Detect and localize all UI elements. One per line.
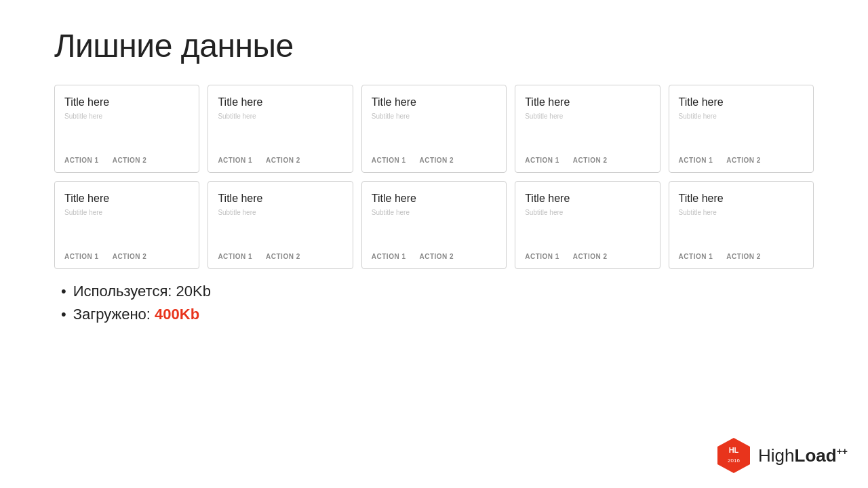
card-subtitle: Subtitle here (64, 113, 189, 120)
logo-area: HL 2016 HighLoad++ (715, 436, 848, 474)
bullet-dot: • (61, 306, 66, 323)
card-actions: ACTION 1 ACTION 2 (525, 253, 650, 260)
card-2: Title here Subtitle here ACTION 1 ACTION… (208, 181, 353, 269)
bullet-item-1: • Используется: 20Kb (61, 283, 814, 300)
card-1: Title here Subtitle here ACTION 1 ACTION… (54, 181, 199, 269)
bullet-prefix: Загружено: (73, 306, 155, 323)
card-3: Title here Subtitle here ACTION 1 ACTION… (361, 85, 507, 173)
logo-hexagon: HL 2016 (715, 436, 753, 474)
card-subtitle: Subtitle here (372, 113, 496, 120)
card-1: Title here Subtitle here ACTION 1 ACTION… (54, 85, 199, 173)
card-action2[interactable]: ACTION 2 (266, 253, 300, 260)
card-action1[interactable]: ACTION 1 (64, 253, 99, 260)
bullet-text: Используется: 20Kb (73, 283, 211, 300)
card-action1[interactable]: ACTION 1 (372, 157, 406, 164)
card-2: Title here Subtitle here ACTION 1 ACTION… (208, 85, 353, 173)
page-title: Лишние данные (54, 27, 814, 64)
card-action1[interactable]: ACTION 1 (525, 253, 559, 260)
card-title: Title here (64, 192, 189, 205)
page-container: Лишние данные Title here Subtitle here A… (0, 0, 868, 349)
card-subtitle: Subtitle here (679, 209, 804, 216)
card-actions: ACTION 1 ACTION 2 (218, 157, 342, 164)
card-subtitle: Subtitle here (679, 113, 804, 120)
card-subtitle: Subtitle here (372, 209, 496, 216)
card-subtitle: Subtitle here (525, 209, 650, 216)
card-subtitle: Subtitle here (525, 113, 650, 120)
card-title: Title here (64, 96, 189, 108)
card-action2[interactable]: ACTION 2 (113, 253, 147, 260)
card-action1[interactable]: ACTION 1 (679, 253, 713, 260)
card-title: Title here (372, 96, 496, 108)
card-action1[interactable]: ACTION 1 (218, 157, 252, 164)
card-title: Title here (525, 192, 650, 205)
card-4: Title here Subtitle here ACTION 1 ACTION… (515, 85, 660, 173)
bullet-text: Загружено: 400Kb (73, 306, 199, 323)
logo-brand-text: HighLoad++ (758, 445, 848, 466)
svg-text:2016: 2016 (728, 458, 740, 464)
card-actions: ACTION 1 ACTION 2 (64, 253, 189, 260)
card-action1[interactable]: ACTION 1 (64, 157, 99, 164)
card-title: Title here (372, 192, 496, 205)
card-action2[interactable]: ACTION 2 (573, 253, 608, 260)
card-action2[interactable]: ACTION 2 (726, 157, 761, 164)
card-title: Title here (218, 192, 342, 205)
card-action1[interactable]: ACTION 1 (525, 157, 559, 164)
cards-row-1: Title here Subtitle here ACTION 1 ACTION… (54, 85, 814, 173)
card-5: Title here Subtitle here ACTION 1 ACTION… (669, 181, 814, 269)
card-4: Title here Subtitle here ACTION 1 ACTION… (515, 181, 660, 269)
card-3: Title here Subtitle here ACTION 1 ACTION… (361, 181, 507, 269)
svg-text:HL: HL (729, 446, 739, 454)
card-actions: ACTION 1 ACTION 2 (372, 253, 496, 260)
card-actions: ACTION 1 ACTION 2 (525, 157, 650, 164)
card-5: Title here Subtitle here ACTION 1 ACTION… (669, 85, 814, 173)
card-subtitle: Subtitle here (218, 113, 342, 120)
bullet-item-2: • Загружено: 400Kb (61, 306, 814, 323)
card-title: Title here (218, 96, 342, 108)
card-subtitle: Subtitle here (218, 209, 342, 216)
card-action2[interactable]: ACTION 2 (419, 253, 454, 260)
bullet-value-highlight: 400Kb (155, 306, 199, 323)
card-actions: ACTION 1 ACTION 2 (372, 157, 496, 164)
svg-marker-0 (717, 438, 750, 473)
card-action2[interactable]: ACTION 2 (266, 157, 300, 164)
bullet-dot: • (61, 283, 66, 300)
card-title: Title here (525, 96, 650, 108)
card-actions: ACTION 1 ACTION 2 (218, 253, 342, 260)
cards-row-2: Title here Subtitle here ACTION 1 ACTION… (54, 181, 814, 269)
card-title: Title here (679, 192, 804, 205)
bullet-value: 20Kb (176, 283, 211, 300)
bullet-prefix: Используется: (73, 283, 176, 300)
card-action2[interactable]: ACTION 2 (113, 157, 147, 164)
card-action2[interactable]: ACTION 2 (726, 253, 761, 260)
card-action1[interactable]: ACTION 1 (218, 253, 252, 260)
card-actions: ACTION 1 ACTION 2 (679, 253, 804, 260)
card-title: Title here (679, 96, 804, 108)
card-action1[interactable]: ACTION 1 (372, 253, 406, 260)
card-action2[interactable]: ACTION 2 (573, 157, 608, 164)
card-action1[interactable]: ACTION 1 (679, 157, 713, 164)
card-actions: ACTION 1 ACTION 2 (64, 157, 189, 164)
bullet-list: • Используется: 20Kb • Загружено: 400Kb (54, 283, 814, 323)
card-action2[interactable]: ACTION 2 (419, 157, 454, 164)
card-subtitle: Subtitle here (64, 209, 189, 216)
card-actions: ACTION 1 ACTION 2 (679, 157, 804, 164)
